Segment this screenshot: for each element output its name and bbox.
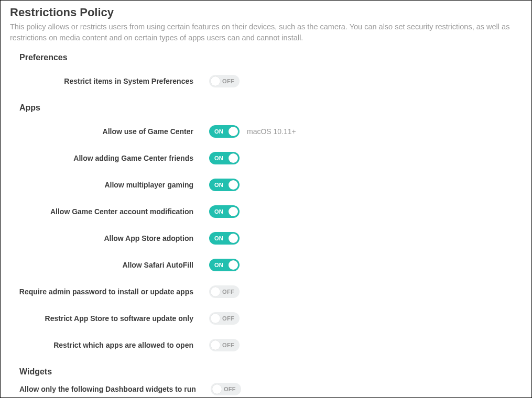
toggle-allow-multiplayer-gaming[interactable]: ON bbox=[209, 179, 240, 191]
toggle-require-admin-password[interactable]: OFF bbox=[209, 285, 240, 298]
toggle-restrict-appstore-update-only[interactable]: OFF bbox=[209, 312, 240, 325]
toggle-text: OFF bbox=[222, 289, 234, 295]
toggle-text: OFF bbox=[222, 315, 234, 322]
row-label: Allow Game Center account modification bbox=[50, 207, 193, 216]
toggle-text: OFF bbox=[222, 78, 234, 84]
toggle-text: ON bbox=[214, 128, 223, 135]
row-label: Allow App Store adoption bbox=[104, 234, 193, 242]
row-restrict-appstore-software-update: Restrict App Store to software update on… bbox=[10, 306, 522, 331]
page-title: Restrictions Policy bbox=[10, 6, 522, 19]
toggle-text: ON bbox=[214, 155, 223, 161]
section-heading-apps: Apps bbox=[19, 103, 522, 113]
toggle-restrict-system-preferences[interactable]: OFF bbox=[209, 75, 240, 87]
row-allow-multiplayer-gaming: Allow multiplayer gaming ON bbox=[10, 172, 522, 197]
row-allow-safari-autofill: Allow Safari AutoFill ON bbox=[10, 252, 522, 278]
toggle-text: OFF bbox=[224, 386, 236, 392]
toggle-allow-game-center[interactable]: ON bbox=[209, 125, 240, 138]
row-allow-dashboard-widgets: Allow only the following Dashboard widge… bbox=[19, 383, 522, 395]
row-allow-game-center-account-mod: Allow Game Center account modification O… bbox=[10, 199, 522, 224]
toggle-safari-autofill[interactable]: ON bbox=[209, 259, 240, 271]
restrictions-policy-panel: Restrictions Policy This policy allows o… bbox=[0, 0, 532, 398]
row-label: Allow multiplayer gaming bbox=[104, 181, 193, 189]
row-allow-game-center-friends: Allow adding Game Center friends ON bbox=[10, 146, 522, 171]
toggle-text: ON bbox=[214, 182, 223, 188]
row-label: Allow adding Game Center friends bbox=[73, 154, 193, 162]
toggle-game-center-account-mod[interactable]: ON bbox=[209, 205, 240, 218]
row-allow-app-store-adoption: Allow App Store adoption ON bbox=[10, 226, 522, 251]
row-restrict-apps-allowed-open: Restrict which apps are allowed to open … bbox=[10, 333, 522, 358]
toggle-text: ON bbox=[214, 235, 223, 241]
toggle-allow-game-center-friends[interactable]: ON bbox=[209, 152, 240, 164]
row-hint: macOS 10.11+ bbox=[247, 127, 296, 136]
row-label: Allow Safari AutoFill bbox=[122, 261, 193, 269]
toggle-app-store-adoption[interactable]: ON bbox=[209, 232, 240, 245]
toggle-text: ON bbox=[214, 208, 223, 215]
toggle-text: ON bbox=[214, 262, 223, 268]
row-label: Allow use of Game Center bbox=[103, 127, 193, 136]
page-description: This policy allows or restricts users fr… bbox=[10, 21, 522, 43]
row-label: Restrict items in System Preferences bbox=[64, 77, 193, 85]
section-heading-widgets: Widgets bbox=[19, 367, 522, 377]
toggle-restrict-apps-allowed-open[interactable]: OFF bbox=[209, 339, 240, 351]
row-label: Restrict App Store to software update on… bbox=[45, 314, 193, 323]
row-require-admin-password: Require admin password to install or upd… bbox=[10, 279, 522, 304]
toggle-text: OFF bbox=[222, 342, 234, 348]
row-label: Require admin password to install or upd… bbox=[19, 288, 193, 296]
row-label: Allow only the following Dashboard widge… bbox=[19, 385, 196, 393]
toggle-allow-dashboard-widgets[interactable]: OFF bbox=[211, 383, 241, 395]
row-label: Restrict which apps are allowed to open bbox=[53, 341, 193, 349]
section-heading-preferences: Preferences bbox=[19, 53, 522, 62]
row-allow-game-center: Allow use of Game Center ON macOS 10.11+ bbox=[10, 119, 522, 144]
row-restrict-system-preferences: Restrict items in System Preferences OFF bbox=[10, 69, 522, 94]
